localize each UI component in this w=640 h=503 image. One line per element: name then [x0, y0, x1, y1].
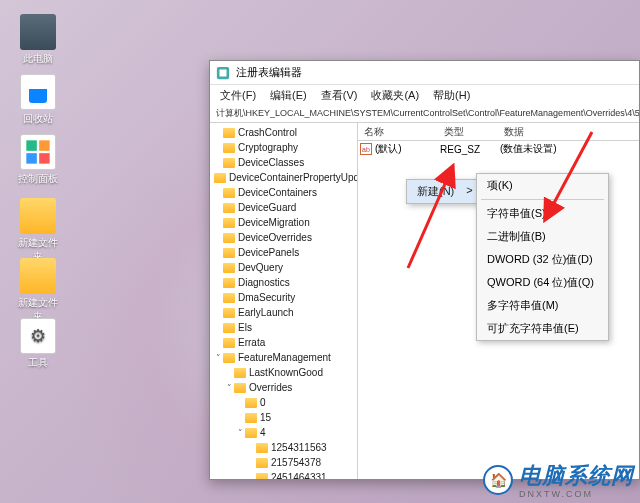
- value-row-default[interactable]: ab (默认) REG_SZ (数值未设置): [358, 141, 639, 157]
- desktop-icon-label: 回收站: [14, 112, 62, 126]
- tree-node[interactable]: 15: [210, 410, 357, 425]
- watermark-text: 电脑系统网: [519, 461, 634, 491]
- tree-node[interactable]: ˅4: [210, 425, 357, 440]
- folder-icon: [223, 233, 235, 243]
- tree-node[interactable]: DeviceClasses: [210, 155, 357, 170]
- menu-edit[interactable]: 编辑(E): [268, 87, 309, 104]
- menu-view[interactable]: 查看(V): [319, 87, 360, 104]
- tree-node[interactable]: DeviceOverrides: [210, 230, 357, 245]
- tree-node-label: FeatureManagement: [238, 352, 331, 363]
- menu-separator: [481, 199, 604, 200]
- folder-icon: [223, 293, 235, 303]
- chevron-down-icon[interactable]: ˅: [236, 428, 245, 438]
- submenu-item-qword[interactable]: QWORD (64 位)值(Q): [477, 271, 608, 294]
- submenu-item-dword[interactable]: DWORD (32 位)值(D): [477, 248, 608, 271]
- tree-node[interactable]: CrashControl: [210, 125, 357, 140]
- folder-icon: [245, 428, 257, 438]
- tree-node[interactable]: ˅Overrides: [210, 380, 357, 395]
- folder-icon: [214, 173, 226, 183]
- titlebar[interactable]: 注册表编辑器: [210, 61, 639, 85]
- submenu-item-multi[interactable]: 多字符串值(M): [477, 294, 608, 317]
- list-header: 名称 类型 数据: [358, 123, 639, 141]
- tree-node[interactable]: DeviceContainerPropertyUpda: [210, 170, 357, 185]
- desktop-icon-this-pc[interactable]: 此电脑: [14, 14, 62, 66]
- tree-node-label: Diagnostics: [238, 277, 290, 288]
- tree-node[interactable]: EarlyLaunch: [210, 305, 357, 320]
- tree-node[interactable]: DevQuery: [210, 260, 357, 275]
- folder-icon: [256, 458, 268, 468]
- tree-node-label: DeviceContainers: [238, 187, 317, 198]
- svg-rect-5: [220, 69, 227, 76]
- tree-node[interactable]: 1254311563: [210, 440, 357, 455]
- tree-node[interactable]: DeviceContainers: [210, 185, 357, 200]
- tree-node[interactable]: Diagnostics: [210, 275, 357, 290]
- folder-icon: [20, 198, 56, 234]
- context-item-label: 新建(N): [417, 184, 454, 199]
- tree-node[interactable]: 2451464331: [210, 470, 357, 479]
- tree-node-label: Els: [238, 322, 252, 333]
- folder-icon: [223, 263, 235, 273]
- folder-icon: [223, 308, 235, 318]
- tree-node-label: DeviceOverrides: [238, 232, 312, 243]
- submenu-item-expand[interactable]: 可扩充字符串值(E): [477, 317, 608, 340]
- values-pane[interactable]: 名称 类型 数据 ab (默认) REG_SZ (数值未设置) 新建(N) >: [358, 123, 639, 479]
- chevron-down-icon[interactable]: ˅: [214, 353, 223, 363]
- submenu-item-binary[interactable]: 二进制值(B): [477, 225, 608, 248]
- menu-help[interactable]: 帮助(H): [431, 87, 472, 104]
- address-bar[interactable]: 计算机\HKEY_LOCAL_MACHINE\SYSTEM\CurrentCon…: [210, 105, 639, 123]
- tree-node-label: DeviceClasses: [238, 157, 304, 168]
- menu-favorites[interactable]: 收藏夹(A): [369, 87, 421, 104]
- folder-icon: [223, 218, 235, 228]
- window-title: 注册表编辑器: [236, 65, 302, 80]
- value-name: (默认): [375, 142, 402, 156]
- menubar: 文件(F) 编辑(E) 查看(V) 收藏夹(A) 帮助(H): [210, 85, 639, 105]
- tree-node-label: 215754378: [271, 457, 321, 468]
- submenu-item-key[interactable]: 项(K): [477, 174, 608, 197]
- submenu-item-string[interactable]: 字符串值(S): [477, 202, 608, 225]
- tree-pane[interactable]: CrashControlCryptographyDeviceClassesDev…: [210, 123, 358, 479]
- pc-icon: [20, 14, 56, 50]
- tree-node[interactable]: DevicePanels: [210, 245, 357, 260]
- tree-node[interactable]: LastKnownGood: [210, 365, 357, 380]
- tree-node[interactable]: DeviceMigration: [210, 215, 357, 230]
- tree-node[interactable]: Cryptography: [210, 140, 357, 155]
- menu-file[interactable]: 文件(F): [218, 87, 258, 104]
- house-icon: 🏠: [483, 465, 513, 495]
- svg-rect-2: [26, 153, 36, 164]
- tree-node-label: 4: [260, 427, 266, 438]
- desktop-icon-tool[interactable]: ⚙ 工具: [14, 318, 62, 370]
- tree-node[interactable]: 215754378: [210, 455, 357, 470]
- tool-icon: ⚙: [20, 318, 56, 354]
- desktop-icon-control-panel[interactable]: 控制面板: [14, 134, 62, 186]
- desktop-icon-folder[interactable]: 新建文件夹: [14, 258, 62, 324]
- tree-node-label: LastKnownGood: [249, 367, 323, 378]
- value-type: REG_SZ: [440, 144, 500, 155]
- tree-node[interactable]: DmaSecurity: [210, 290, 357, 305]
- desktop-icon-recycle[interactable]: 回收站: [14, 74, 62, 126]
- tree-node-label: 0: [260, 397, 266, 408]
- tree-node[interactable]: 0: [210, 395, 357, 410]
- folder-icon: [223, 338, 235, 348]
- tree-node[interactable]: Errata: [210, 335, 357, 350]
- folder-icon: [245, 413, 257, 423]
- tree-node[interactable]: DeviceGuard: [210, 200, 357, 215]
- watermark: 🏠 电脑系统网 DNXTW.COM: [483, 461, 634, 499]
- col-data[interactable]: 数据: [498, 123, 639, 141]
- col-name[interactable]: 名称: [358, 123, 438, 141]
- col-type[interactable]: 类型: [438, 123, 498, 141]
- folder-icon: [256, 473, 268, 480]
- folder-icon: [223, 203, 235, 213]
- string-value-icon: ab: [360, 143, 372, 155]
- desktop-icon-folder[interactable]: 新建文件夹: [14, 198, 62, 264]
- svg-rect-1: [39, 140, 49, 151]
- folder-icon: [20, 258, 56, 294]
- chevron-down-icon[interactable]: ˅: [225, 383, 234, 393]
- regedit-window: 注册表编辑器 文件(F) 编辑(E) 查看(V) 收藏夹(A) 帮助(H) 计算…: [209, 60, 640, 480]
- folder-icon: [223, 278, 235, 288]
- tree-node[interactable]: Els: [210, 320, 357, 335]
- folder-icon: [234, 368, 246, 378]
- tree-node-label: DeviceGuard: [238, 202, 296, 213]
- value-data: (数值未设置): [500, 142, 639, 156]
- tree-node[interactable]: ˅FeatureManagement: [210, 350, 357, 365]
- svg-rect-3: [39, 153, 49, 164]
